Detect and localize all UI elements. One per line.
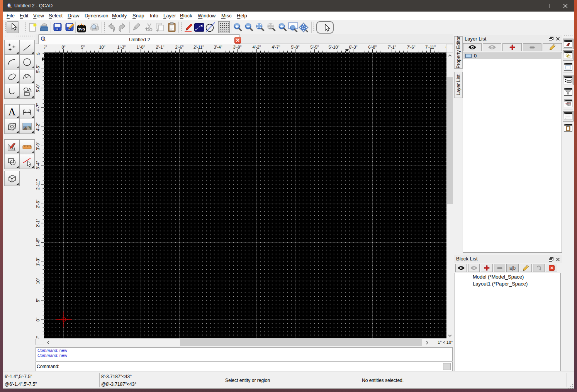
- svg-text:7'-11": 7'-11": [425, 45, 436, 49]
- svg-text:2'-6": 2'-6": [36, 199, 41, 208]
- svg-text:5": 5": [81, 45, 85, 49]
- svg-text:-5": -5": [36, 336, 41, 338]
- svg-text:5": 5": [36, 298, 41, 302]
- svg-text:1'-8": 1'-8": [36, 238, 41, 247]
- svg-text:4'-2": 4'-2": [253, 45, 261, 49]
- svg-text:1'-3": 1'-3": [117, 45, 126, 49]
- svg-text:3'-9": 3'-9": [233, 45, 242, 49]
- svg-text:4'-2": 4'-2": [36, 122, 41, 131]
- svg-text:7'-1": 7'-1": [388, 45, 396, 49]
- svg-text:1'-8": 1'-8": [137, 45, 145, 49]
- svg-text:10": 10": [99, 45, 105, 49]
- svg-text:2'-11": 2'-11": [36, 179, 41, 190]
- svg-text:10": 10": [36, 278, 41, 284]
- svg-text:2'-6": 2'-6": [175, 45, 184, 49]
- svg-text:6'-8": 6'-8": [368, 45, 377, 49]
- svg-text:3'-9": 3'-9": [36, 142, 41, 150]
- svg-text:2'-11": 2'-11": [193, 45, 204, 49]
- svg-text:2'-1": 2'-1": [156, 45, 165, 49]
- svg-text:5'-10": 5'-10": [36, 52, 41, 55]
- svg-text:3'-4": 3'-4": [214, 45, 222, 49]
- svg-text:1'-3": 1'-3": [36, 257, 41, 266]
- svg-text:5'-10": 5'-10": [328, 45, 339, 49]
- svg-text:3'-4": 3'-4": [36, 161, 41, 169]
- svg-text:7'-6": 7'-6": [407, 45, 416, 49]
- svg-text:5'-5": 5'-5": [311, 45, 319, 49]
- svg-text:0": 0": [61, 45, 65, 49]
- svg-text:5'-0": 5'-0": [36, 84, 41, 92]
- svg-text:SVG: SVG: [78, 27, 85, 31]
- svg-text:5'-5": 5'-5": [36, 64, 41, 73]
- svg-text:0": 0": [36, 318, 41, 321]
- svg-text:2'-1": 2'-1": [36, 219, 41, 227]
- svg-text:-5": -5": [44, 45, 47, 49]
- svg-text:4'-7": 4'-7": [36, 103, 41, 112]
- svg-text:6'-3": 6'-3": [349, 45, 358, 49]
- svg-text:5'-0": 5'-0": [291, 45, 300, 49]
- svg-text:4'-7": 4'-7": [272, 45, 280, 49]
